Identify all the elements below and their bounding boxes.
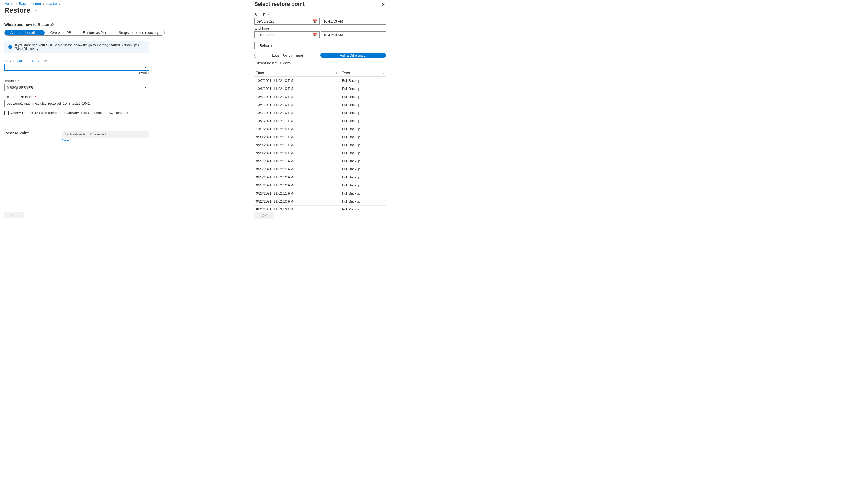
start-time-input[interactable]: 10:41:53 AM [321,18,386,25]
restore-point-label: Restore Point [4,131,62,142]
table-row[interactable]: 10/7/2021, 11:02:10 PMFull Backup [254,77,386,85]
breadcrumb: Home › Backup center › master › [0,0,250,6]
end-time-label: End Time [254,26,386,30]
cell-type: Full Backup [341,190,386,198]
server-dropdown[interactable]: ▼ [4,64,149,71]
table-row[interactable]: 9/29/2021, 11:02:11 PMFull Backup [254,141,386,149]
table-row[interactable]: 10/4/2021, 11:02:10 PMFull Backup [254,101,386,109]
svg-rect-2 [10,47,10,48]
info-icon [8,45,12,49]
cell-type: Full Backup [341,181,386,190]
dbname-input[interactable]: ecy-zone1-machine1-db1_restored_10_8_202… [4,100,149,107]
start-date-value: 09/08/2021 [257,19,274,23]
start-date-input[interactable]: 09/08/2021 📅 [254,18,320,25]
more-icon[interactable]: ··· [33,8,37,12]
col-time[interactable]: Time↑↓ [254,68,341,77]
table-row[interactable]: 10/5/2021, 11:02:10 PMFull Backup [254,93,386,101]
cell-type: Full Backup [341,125,386,133]
pill-overwrite-db[interactable]: Overwrite DB [45,30,77,35]
instance-value: MSSQLSERVER [7,86,33,90]
panel-ok-button[interactable]: OK [254,212,274,219]
panel-title: Select restore point [254,1,305,7]
cell-type: Full Backup [341,173,386,181]
restore-points-table: Time↑↓ Type↑↓ 10/7/2021, 11:02:10 PMFull… [254,68,386,210]
table-row[interactable]: 10/1/2021, 11:02:10 PMFull Backup [254,125,386,133]
pill-alternate-location[interactable]: Alternate Location [5,30,45,35]
info-text: If you don't see your SQL Server in the … [15,43,145,51]
calendar-icon: 📅 [313,19,317,23]
server-label: Server ( [4,59,17,63]
cell-time: 10/3/2021, 11:02:10 PM [254,109,341,117]
table-row[interactable]: 9/30/2021, 11:02:11 PMFull Backup [254,133,386,141]
start-time-label: Start Time [254,12,386,17]
table-row[interactable]: 9/25/2021, 11:02:10 PMFull Backup [254,173,386,181]
server-helper: azdrill1 [4,71,149,75]
table-row[interactable]: 10/6/2021, 11:02:10 PMFull Backup [254,85,386,93]
table-row[interactable]: 9/22/2021, 11:02:10 PMFull Backup [254,198,386,205]
cell-time: 10/1/2021, 11:02:10 PM [254,125,341,133]
col-type[interactable]: Type↑↓ [341,68,386,77]
close-icon[interactable]: ✕ [380,1,386,8]
table-row[interactable]: 9/21/2021, 11:02:12 PMFull Backup [254,205,386,210]
end-date-value: 10/08/2021 [257,33,274,37]
overwrite-checkbox[interactable] [4,111,8,115]
table-row[interactable]: 9/28/2021, 11:02:10 PMFull Backup [254,149,386,157]
cell-time: 9/27/2021, 11:02:11 PM [254,157,341,165]
refresh-button[interactable]: Refresh [254,42,277,49]
cell-type: Full Backup [341,93,386,101]
restore-point-value: No Restore Point Selected [62,131,149,138]
cell-type: Full Backup [341,205,386,210]
cell-time: 9/26/2021, 11:02:10 PM [254,165,341,173]
end-time-value: 10:41:53 AM [324,33,343,37]
cell-type: Full Backup [341,141,386,149]
calendar-icon: 📅 [313,33,317,37]
pill-logs[interactable]: Logs (Point in Time) [255,53,320,58]
cell-time: 10/7/2021, 11:02:10 PM [254,77,341,85]
page-title: Restore [4,6,30,15]
sort-icon: ↑↓ [336,71,339,74]
cant-find-server-link[interactable]: Can't find Server? [17,59,45,63]
cell-type: Full Backup [341,198,386,205]
sort-icon: ↑↓ [381,71,384,74]
breadcrumb-backup-center[interactable]: Backup center [19,2,41,6]
cell-type: Full Backup [341,165,386,173]
pill-restore-as-files[interactable]: Restore as files [77,30,113,35]
table-row[interactable]: 9/27/2021, 11:02:11 PMFull Backup [254,157,386,165]
table-row[interactable]: 10/2/2021, 11:02:11 PMFull Backup [254,117,386,125]
table-row[interactable]: 9/23/2021, 11:02:11 PMFull Backup [254,190,386,198]
svg-point-1 [10,46,10,46]
pill-snapshot-recovery[interactable]: Snapshot-based recovery [113,30,165,35]
end-date-input[interactable]: 10/08/2021 📅 [254,31,320,38]
table-row[interactable]: 9/26/2021, 11:02:10 PMFull Backup [254,165,386,173]
filter-note: Filtered for last 30 days [254,61,386,65]
dbname-value: ecy-zone1-machine1-db1_restored_10_8_202… [7,102,90,106]
cell-time: 9/28/2021, 11:02:10 PM [254,149,341,157]
breadcrumb-master[interactable]: master [47,2,57,6]
pill-full-diff[interactable]: Full & Differential [320,53,386,58]
overwrite-checkbox-label: Overwrite if the DB with same name alrea… [11,111,129,115]
table-row[interactable]: 10/3/2021, 11:02:10 PMFull Backup [254,109,386,117]
restore-point-select-link[interactable]: Select [62,138,71,142]
cell-time: 10/2/2021, 11:02:11 PM [254,117,341,125]
cell-time: 9/23/2021, 11:02:11 PM [254,190,341,198]
cell-time: 10/4/2021, 11:02:10 PM [254,101,341,109]
cell-type: Full Backup [341,77,386,85]
cell-type: Full Backup [341,117,386,125]
cell-type: Full Backup [341,85,386,93]
cell-type: Full Backup [341,149,386,157]
cell-time: 10/5/2021, 11:02:10 PM [254,93,341,101]
cell-type: Full Backup [341,157,386,165]
ok-button[interactable]: OK [4,212,24,219]
cell-time: 9/30/2021, 11:02:11 PM [254,133,341,141]
section-heading: Where and how to Restore? [4,23,245,27]
instance-dropdown[interactable]: MSSQLSERVER ▼ [4,84,149,91]
table-row[interactable]: 9/24/2021, 11:02:10 PMFull Backup [254,181,386,190]
cell-time: 10/6/2021, 11:02:10 PM [254,85,341,93]
dbname-label: Restored DB Name [4,95,35,99]
cell-time: 9/22/2021, 11:02:10 PM [254,198,341,205]
end-time-input[interactable]: 10:41:53 AM [321,31,386,38]
breadcrumb-home[interactable]: Home [4,2,14,6]
cell-time: 9/21/2021, 11:02:12 PM [254,205,341,210]
chevron-down-icon: ▼ [144,66,147,69]
start-time-value: 10:41:53 AM [324,19,343,23]
